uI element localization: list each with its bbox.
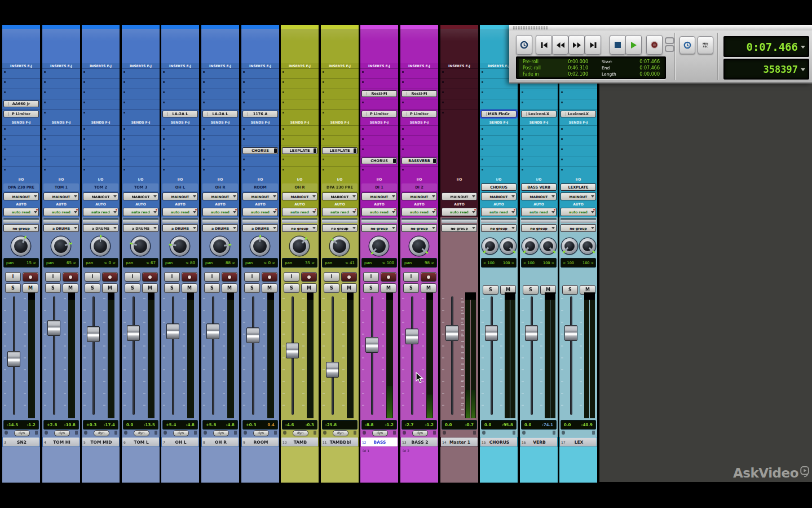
mute-button[interactable]: M [23,283,38,293]
send-slot[interactable] [400,166,438,176]
insert-slot[interactable] [400,68,438,78]
pan-knob[interactable] [170,237,189,256]
solo-button[interactable]: S [85,283,100,293]
input-path[interactable]: TOM 1 [43,183,79,191]
group-button[interactable]: no group [401,224,437,232]
output-path[interactable]: MAINOUT [3,192,39,200]
automation-mode-button[interactable]: auto read [282,208,317,216]
send-slot[interactable] [520,135,558,146]
track-name-button[interactable]: 3SN2 [3,437,39,446]
go-to-end-button[interactable] [585,35,601,55]
insert-slot[interactable] [42,109,80,119]
insert-slot[interactable]: LA-2A L [161,109,199,119]
send-slot[interactable]: CHORUS [241,146,279,156]
insert-slot[interactable] [559,89,597,99]
output-path[interactable]: MAINOUT [162,192,198,200]
output-path[interactable]: MAINOUT [202,192,238,200]
send-slot[interactable] [520,146,558,156]
input-path[interactable]: DPA 230 PRE [3,183,39,191]
volume-fader[interactable] [564,325,577,341]
solo-button[interactable]: S [324,283,339,293]
insert-slot[interactable] [122,89,160,99]
volume-fader[interactable] [206,323,219,339]
send-slot[interactable] [122,146,160,156]
send-slot[interactable] [480,125,518,135]
insert-slot[interactable] [360,78,398,89]
insert-slot[interactable]: P Limiter [400,109,438,119]
insert-slot[interactable] [122,78,160,89]
insert-slot[interactable] [82,99,120,109]
insert-plugin-button[interactable]: MXR FlnGr [481,111,517,117]
track-name-button[interactable]: 11TAMBDbl [321,437,358,446]
insert-plugin-button[interactable]: AA660 Jr [3,100,39,107]
voice-selector[interactable]: dyn [173,430,189,436]
send-slot[interactable] [400,135,438,146]
input-monitor-button[interactable]: I [45,272,61,282]
insert-slot[interactable] [241,78,279,89]
counter-dropdown-icon[interactable] [801,46,805,49]
send-slot[interactable] [161,146,199,156]
input-path[interactable]: BASS VERB [521,183,557,191]
counter-dropdown-icon[interactable] [801,68,805,71]
main-counter[interactable]: 0:07.466 [723,36,809,57]
output-path[interactable]: MAINOUT [83,192,118,200]
track-name-button[interactable]: 14Master 1 [441,437,478,446]
group-button[interactable]: no group [3,224,39,232]
pan-knob[interactable] [210,237,230,256]
send-slot[interactable] [480,146,518,156]
send-slot[interactable] [559,156,597,166]
group-button[interactable]: a DRUMS [43,224,79,232]
pan-knob[interactable] [290,237,309,256]
insert-slot[interactable] [2,89,40,99]
output-window-icon[interactable] [5,431,8,435]
output-window-icon[interactable] [244,431,247,435]
record-button[interactable] [646,35,663,55]
send-slot[interactable] [42,156,80,166]
input-monitor-button[interactable]: I [284,272,299,282]
comments-area[interactable] [281,447,319,483]
record-arm-button[interactable] [63,272,78,282]
output-window-icon[interactable] [403,431,406,435]
pan-knob[interactable] [562,238,577,254]
insert-slot[interactable] [201,68,239,78]
loop-record-icon[interactable] [665,45,674,52]
send-slot[interactable] [82,125,120,135]
send-button[interactable]: CHORUS [242,147,278,154]
insert-slot[interactable] [520,99,558,109]
output-path[interactable]: MAINOUT [282,192,317,200]
lcd-field-value[interactable]: 0:00.000 [554,59,588,65]
online-button[interactable] [516,35,532,55]
insert-slot[interactable] [2,78,40,89]
record-arm-button[interactable] [301,272,317,282]
automation-mode-button[interactable]: auto read [242,208,278,216]
insert-slot[interactable] [161,89,199,99]
send-slot[interactable] [559,166,597,176]
send-slot[interactable] [480,156,518,166]
track-name-button[interactable]: 12BASS [361,437,398,446]
record-arm-button[interactable] [341,272,357,282]
volume-fader[interactable] [166,323,179,339]
send-slot[interactable] [360,146,398,156]
loop-toggles[interactable] [665,36,673,53]
pan-knob[interactable] [131,237,150,256]
send-slot[interactable] [321,125,359,135]
insert-slot[interactable] [241,68,279,78]
insert-slot[interactable] [241,99,279,109]
voice-selector[interactable]: dyn [333,430,348,436]
send-slot[interactable] [161,156,199,166]
insert-slot[interactable]: MXR FlnGr [480,109,518,119]
input-path[interactable]: ROOM [242,183,278,191]
solo-button[interactable]: S [164,283,180,293]
loop-playback-icon[interactable] [665,37,674,44]
input-path[interactable]: DI 2 [401,183,437,191]
insert-slot[interactable] [440,89,478,99]
track-name-button[interactable]: 16VERB [520,437,557,446]
output-path[interactable]: MAINOUT [521,192,557,200]
input-monitor-button[interactable]: I [363,272,379,282]
send-slot[interactable] [201,146,239,156]
send-slot[interactable] [122,156,160,166]
send-slot[interactable] [520,125,558,135]
pan-knob[interactable] [409,237,429,256]
output-window-icon[interactable] [204,431,207,435]
mute-button[interactable]: M [341,283,357,293]
